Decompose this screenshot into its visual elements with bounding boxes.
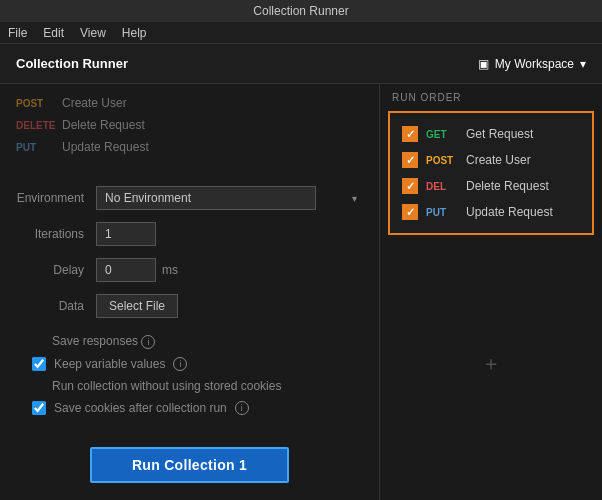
run-order-list: ✓ GET Get Request ✓ POST Create User ✓ D… [388,111,594,235]
request-list: POST Create User DELETE Delete Request P… [0,92,379,174]
run-item-get-name: Get Request [466,127,533,141]
menu-bar: File Edit View Help [0,22,602,44]
request-name-create: Create User [62,96,127,110]
keep-variable-row: Keep variable values i [16,353,363,375]
request-name-delete: Delete Request [62,118,145,132]
save-cookies-checkbox[interactable] [32,401,46,415]
run-order-item-del: ✓ DEL Delete Request [398,173,584,199]
environment-select[interactable]: No Environment [96,186,316,210]
workspace-label: My Workspace [495,57,574,71]
run-order-checkbox-del[interactable]: ✓ [402,178,418,194]
check-icon-del: ✓ [406,180,415,193]
data-label: Data [16,299,96,313]
run-item-put-name: Update Request [466,205,553,219]
workspace-selector[interactable]: ▣ My Workspace ▾ [478,57,586,71]
method-badge-post: POST [16,98,54,109]
method-put: PUT [426,207,458,218]
check-icon-put: ✓ [406,206,415,219]
app-title: Collection Runner [16,56,128,71]
iterations-input[interactable] [96,222,156,246]
run-order-header: RUN ORDER [388,92,594,103]
select-file-button[interactable]: Select File [96,294,178,318]
config-area: Environment No Environment ▾ Iterations … [0,174,379,431]
keep-variable-label: Keep variable values [54,357,165,371]
run-order-checkbox-get[interactable]: ✓ [402,126,418,142]
app-header: Collection Runner ▣ My Workspace ▾ [0,44,602,84]
method-post: POST [426,155,458,166]
environment-row: Environment No Environment ▾ [16,186,363,210]
run-without-cookies-row: Run collection without using stored cook… [16,375,363,397]
check-icon-post: ✓ [406,154,415,167]
run-order-item-post: ✓ POST Create User [398,147,584,173]
delay-input[interactable] [96,258,156,282]
method-badge-put: PUT [16,142,54,153]
save-responses-info-icon[interactable]: i [141,335,155,349]
iterations-row: Iterations [16,222,363,246]
run-order-item-put: ✓ PUT Update Request [398,199,584,225]
run-item-post-name: Create User [466,153,531,167]
run-without-cookies-label: Run collection without using stored cook… [52,379,281,393]
main-layout: POST Create User DELETE Delete Request P… [0,84,602,500]
request-item-put: PUT Update Request [16,136,363,158]
menu-edit[interactable]: Edit [43,26,64,40]
save-cookies-row: Save cookies after collection run i [16,397,363,419]
request-name-update: Update Request [62,140,149,154]
save-cookies-info-icon[interactable]: i [235,401,249,415]
workspace-icon: ▣ [478,57,489,71]
environment-label: Environment [16,191,96,205]
run-collection-button[interactable]: Run Collection 1 [90,447,289,483]
right-panel: RUN ORDER ✓ GET Get Request ✓ POST Creat… [380,84,602,500]
run-order-item-get: ✓ GET Get Request [398,121,584,147]
run-btn-row: Run Collection 1 [0,431,379,499]
ms-label: ms [162,263,178,277]
save-responses-row: Save responses i [16,330,363,353]
left-panel: POST Create User DELETE Delete Request P… [0,84,380,500]
request-item-post: POST Create User [16,92,363,114]
method-del: DEL [426,181,458,192]
plus-icon[interactable]: ＋ [481,350,501,377]
keep-variable-info-icon[interactable]: i [173,357,187,371]
delay-row: Delay ms [16,258,363,282]
check-icon-get: ✓ [406,128,415,141]
method-get: GET [426,129,458,140]
method-badge-delete: DELETE [16,120,54,131]
title-bar: Collection Runner [0,0,602,22]
iterations-label: Iterations [16,227,96,241]
save-cookies-label: Save cookies after collection run [54,401,227,415]
run-item-del-name: Delete Request [466,179,549,193]
keep-variable-checkbox[interactable] [32,357,46,371]
select-arrow-icon: ▾ [352,193,357,204]
environment-select-wrapper: No Environment ▾ [96,186,363,210]
delay-label: Delay [16,263,96,277]
request-item-delete: DELETE Delete Request [16,114,363,136]
run-order-checkbox-put[interactable]: ✓ [402,204,418,220]
save-responses-label: Save responses [52,334,138,348]
menu-view[interactable]: View [80,26,106,40]
menu-help[interactable]: Help [122,26,147,40]
plus-area: ＋ [388,235,594,492]
chevron-down-icon: ▾ [580,57,586,71]
data-row: Data Select File [16,294,363,318]
title-bar-text: Collection Runner [253,4,348,18]
menu-file[interactable]: File [8,26,27,40]
run-order-checkbox-post[interactable]: ✓ [402,152,418,168]
